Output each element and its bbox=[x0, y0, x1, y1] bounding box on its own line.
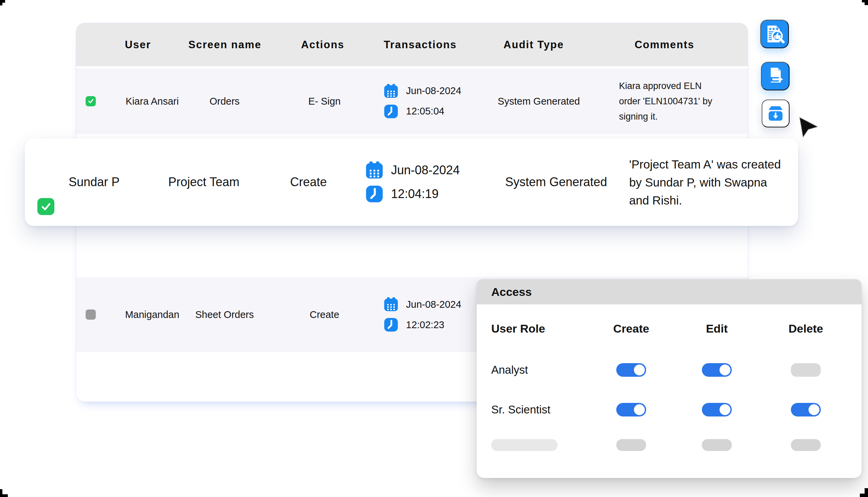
clock-icon bbox=[365, 185, 384, 203]
header-cell-comments: Comments bbox=[635, 39, 694, 51]
cell-user: Manigandan bbox=[125, 309, 180, 320]
access-col-user-role: User Role bbox=[491, 322, 545, 335]
clock-icon bbox=[384, 104, 398, 119]
check-icon bbox=[87, 98, 95, 105]
toggle-analyst-create[interactable] bbox=[616, 363, 646, 377]
document-export-button[interactable] bbox=[761, 62, 789, 90]
archive-download-icon bbox=[762, 99, 789, 128]
header-cell-actions: Actions bbox=[301, 39, 344, 51]
access-col-create: Create bbox=[613, 322, 649, 335]
toggle-sr-scientist-create[interactable] bbox=[616, 403, 646, 416]
corner-mark-top-left bbox=[0, 3, 2, 5]
transaction-time: 12:05:04 bbox=[406, 106, 444, 117]
clock-icon bbox=[384, 317, 398, 332]
toggle-sr-scientist-edit[interactable] bbox=[702, 403, 732, 416]
corner-mark-top-left bbox=[0, 0, 5, 3]
access-panel: Access User Role Create Edit Delete Anal… bbox=[476, 279, 862, 478]
cell-audit-type: System Generated bbox=[498, 96, 580, 106]
highlighted-row-card[interactable]: Sundar P Project Team Create Jun-08-2024 bbox=[25, 138, 798, 226]
access-panel-title: Access bbox=[491, 285, 532, 299]
row-checkbox[interactable] bbox=[37, 198, 54, 215]
skeleton-role-pill bbox=[491, 439, 557, 451]
access-panel-header: Access bbox=[476, 279, 862, 304]
transaction-time: 12:02:23 bbox=[406, 320, 444, 330]
svg-text:★★★: ★★★ bbox=[768, 27, 779, 31]
cell-screen-name: Sheet Orders bbox=[195, 309, 254, 320]
page: User Screen name Actions Transactions Au… bbox=[0, 0, 868, 497]
corner-mark-bottom-left bbox=[0, 489, 2, 494]
corner-mark-top-right bbox=[865, 2, 868, 5]
skeleton-delete-pill bbox=[791, 439, 821, 451]
header-cell-transactions: Transactions bbox=[384, 39, 457, 51]
header-cell-audit-type: Audit Type bbox=[503, 39, 564, 51]
calendar-icon bbox=[365, 161, 384, 179]
skeleton-edit-pill bbox=[702, 439, 732, 451]
skeleton-create-pill bbox=[616, 439, 646, 451]
document-review-button[interactable]: ★★★ bbox=[760, 20, 789, 48]
cell-comment: 'Project Team A' was created by Sundar P… bbox=[629, 155, 787, 209]
toggle-analyst-delete[interactable] bbox=[791, 363, 821, 377]
cell-comment: Kiara approved ELN order 'ELN1004731' by… bbox=[619, 78, 723, 124]
transaction-date: Jun-08-2024 bbox=[406, 299, 461, 310]
corner-mark-top-right bbox=[862, 0, 868, 2]
check-icon bbox=[40, 201, 52, 213]
access-row-role: Sr. Scientist bbox=[491, 403, 550, 416]
cell-user: Sundar P bbox=[69, 175, 119, 189]
access-col-edit: Edit bbox=[706, 322, 728, 335]
access-col-delete: Delete bbox=[788, 322, 823, 335]
cell-action: E- Sign bbox=[308, 96, 340, 106]
transaction-date: Jun-08-2024 bbox=[391, 163, 460, 178]
corner-mark-bottom-left bbox=[0, 494, 8, 497]
corner-mark-bottom-right bbox=[860, 494, 865, 497]
cell-action: Create bbox=[290, 175, 327, 189]
row-checkbox[interactable] bbox=[86, 310, 96, 320]
calendar-icon bbox=[384, 84, 398, 99]
calendar-icon bbox=[384, 297, 398, 312]
cell-user: Kiara Ansari bbox=[126, 96, 179, 106]
document-export-icon bbox=[762, 62, 789, 90]
header-cell-screen-name: Screen name bbox=[188, 39, 261, 51]
cursor-pointer-icon bbox=[799, 117, 818, 138]
corner-mark-bottom-right bbox=[865, 488, 868, 497]
row-checkbox[interactable] bbox=[86, 96, 96, 106]
cell-screen-name: Project Team bbox=[168, 175, 239, 189]
table-header: User Screen name Actions Transactions Au… bbox=[76, 23, 748, 66]
table-row-kiara[interactable]: Kiara Ansari Orders E- Sign Jun-08-2024 bbox=[76, 68, 748, 134]
header-cell-user: User bbox=[125, 39, 151, 51]
cell-audit-type: System Generated bbox=[505, 175, 607, 189]
cell-transaction: Jun-08-2024 12:02:23 bbox=[384, 297, 461, 332]
toggle-sr-scientist-delete[interactable] bbox=[791, 403, 821, 416]
archive-download-button[interactable] bbox=[762, 100, 789, 127]
cell-action: Create bbox=[310, 309, 339, 320]
document-review-icon: ★★★ bbox=[761, 20, 788, 48]
access-row-role: Analyst bbox=[491, 364, 528, 377]
cell-transaction: Jun-08-2024 12:05:04 bbox=[384, 84, 461, 119]
transaction-date: Jun-08-2024 bbox=[406, 85, 461, 97]
transaction-time: 12:04:19 bbox=[391, 187, 439, 201]
cell-transaction: Jun-08-2024 12:04:19 bbox=[365, 161, 460, 203]
toggle-analyst-edit[interactable] bbox=[702, 363, 732, 377]
cell-screen-name: Orders bbox=[210, 96, 240, 106]
